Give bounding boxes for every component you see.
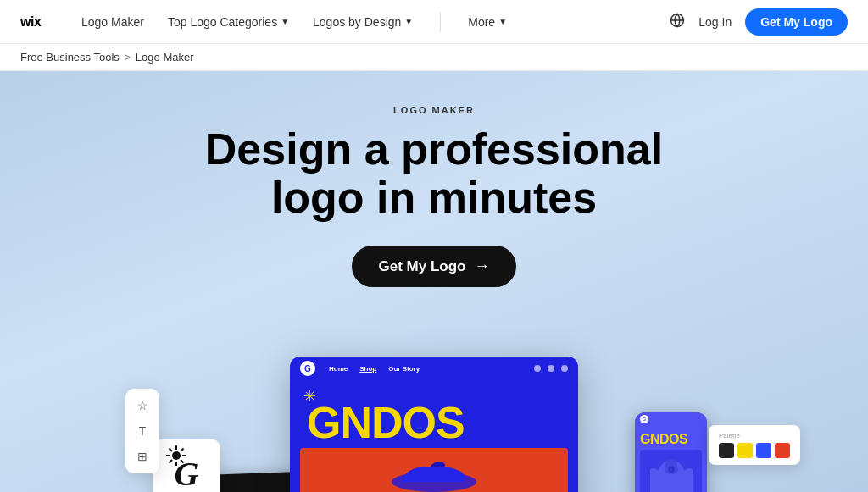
- navbar-right: Log In Get My Logo: [670, 8, 848, 36]
- svg-line-7: [169, 448, 172, 451]
- breadcrumb-separator: >: [125, 52, 131, 64]
- chevron-down-icon: ▼: [498, 17, 507, 26]
- nav-link-logo-maker[interactable]: Logo Maker: [81, 15, 144, 29]
- hero-section: LOGO MAKER Design a professional logo in…: [0, 71, 868, 492]
- arrow-icon: →: [474, 257, 489, 275]
- star-icon[interactable]: ☆: [132, 395, 153, 416]
- phone-mockup: G GNDOS: [635, 412, 707, 492]
- phone-brand-text: GNDOS: [640, 433, 702, 446]
- browser-logo-icon: G: [300, 361, 315, 376]
- browser-nav-links: Home Shop Our Story: [329, 365, 420, 373]
- chevron-down-icon: ▼: [404, 17, 413, 26]
- globe-icon[interactable]: [670, 13, 685, 31]
- nav-divider: [440, 12, 441, 32]
- nav-link-more[interactable]: More ▼: [468, 15, 507, 29]
- palette-card: Palette: [709, 425, 800, 465]
- hero-cta-label: Get My Logo: [379, 258, 466, 275]
- get-logo-nav-button[interactable]: Get My Logo: [745, 8, 848, 36]
- menu-icon: [561, 365, 568, 372]
- navbar: wix Logo Maker Top Logo Categories ▼ Log…: [0, 0, 868, 44]
- chevron-down-icon: ▼: [281, 17, 289, 26]
- browser-nav-bar: G Home Shop Our Story: [290, 357, 578, 380]
- browser-content: ✳ GNDOS: [290, 380, 578, 492]
- sun-decoration-icon: [164, 444, 188, 467]
- palette-label: Palette: [719, 432, 790, 439]
- breadcrumb-parent-link[interactable]: Free Business Tools: [20, 51, 120, 64]
- shoe-icon: [383, 452, 485, 492]
- phone-content: GNDOS: [635, 426, 707, 492]
- browser-icons: [534, 365, 568, 372]
- wix-logo[interactable]: wix: [20, 13, 58, 31]
- hero-title: Design a professional logo in minutes: [205, 125, 663, 222]
- logo-card-small: G: [153, 439, 220, 492]
- editor-panel: ☆ T ⊞: [125, 389, 159, 473]
- swatch-black: [719, 443, 734, 458]
- nav-link-logos-by-design[interactable]: Logos by Design ▼: [313, 15, 413, 29]
- swatch-blue: [756, 443, 771, 458]
- bell-icon: [548, 365, 554, 372]
- svg-line-10: [169, 460, 172, 463]
- breadcrumb-current: Logo Maker: [136, 51, 194, 64]
- palette-swatches: [719, 443, 790, 458]
- hero-label: LOGO MAKER: [393, 105, 475, 115]
- browser-nav-home: Home: [329, 365, 348, 373]
- phone-logo-icon: G: [640, 415, 648, 423]
- svg-line-9: [181, 448, 184, 451]
- svg-point-12: [668, 466, 675, 473]
- browser-nav-shop: Shop: [359, 365, 376, 373]
- hoodie-icon: [646, 454, 697, 492]
- browser-sun-icon: ✳: [303, 387, 316, 406]
- phone-header: G: [635, 412, 707, 426]
- phone-hoodie-area: [640, 450, 702, 492]
- browser-mockup: G Home Shop Our Story ✳ GNDOS: [290, 357, 578, 492]
- text-icon[interactable]: T: [132, 421, 153, 441]
- svg-point-2: [172, 451, 181, 460]
- login-button[interactable]: Log In: [698, 15, 732, 29]
- wix-svg-logo: wix: [20, 13, 58, 31]
- hero-cta-button[interactable]: Get My Logo →: [352, 246, 517, 287]
- preview-area: ☆ T ⊞: [0, 321, 868, 492]
- browser-nav-our-story: Our Story: [388, 365, 420, 373]
- swatch-yellow: [737, 443, 753, 458]
- nav-link-top-logo-categories[interactable]: Top Logo Categories ▼: [168, 15, 289, 29]
- svg-line-8: [181, 460, 184, 463]
- heart-icon: [534, 365, 541, 372]
- svg-text:wix: wix: [20, 14, 42, 29]
- breadcrumb: Free Business Tools > Logo Maker: [0, 44, 868, 71]
- brand-text-large: GNDOS: [300, 387, 568, 445]
- swatch-red: [775, 443, 790, 458]
- navbar-left: wix Logo Maker Top Logo Categories ▼ Log…: [20, 12, 646, 32]
- layers-icon[interactable]: ⊞: [132, 446, 153, 467]
- shoe-display-area: [300, 448, 568, 492]
